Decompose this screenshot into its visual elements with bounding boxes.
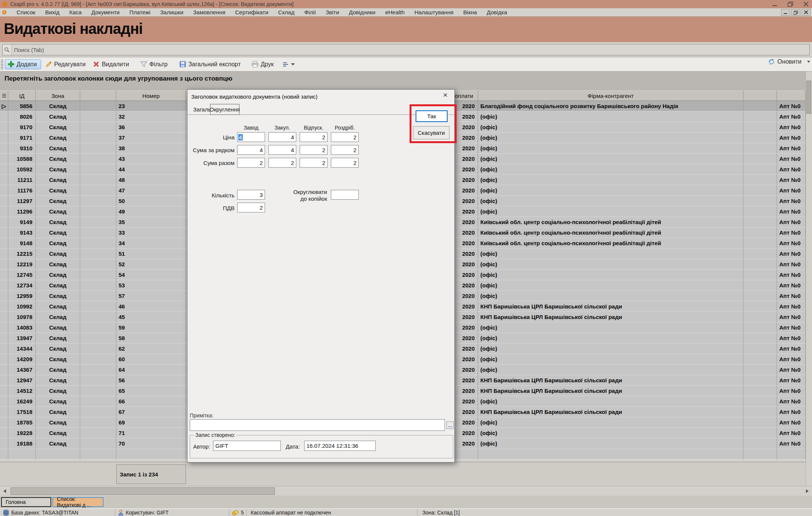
cell-firm: (офіс) xyxy=(478,154,743,164)
matrix-field[interactable]: 2 xyxy=(331,158,359,168)
menu-item-філії[interactable]: Філії xyxy=(299,9,321,15)
status-count: 5 xyxy=(241,510,244,516)
menu-item-вікна[interactable]: Вікна xyxy=(459,9,482,15)
scroll-left-button[interactable] xyxy=(0,486,9,496)
horizontal-scroll-thumb[interactable] xyxy=(11,487,275,495)
vat-field[interactable]: 2 xyxy=(237,203,265,212)
cell-zone: Склад xyxy=(36,386,80,396)
cell-blank xyxy=(80,375,116,386)
note-ellipsis-button[interactable]: ... xyxy=(446,421,454,429)
cell-blank2 xyxy=(743,101,777,111)
matrix-field[interactable]: 2 xyxy=(300,132,328,142)
delete-button[interactable]: Видалити xyxy=(90,60,132,69)
row-marker xyxy=(0,270,8,280)
menu-item-платежі[interactable]: Платежі xyxy=(125,9,155,15)
list-options-button[interactable] xyxy=(280,60,298,69)
matrix-field[interactable]: 4 xyxy=(237,145,265,155)
menu-item-список[interactable]: Список xyxy=(12,9,40,15)
grid-corner-cell[interactable] xyxy=(0,90,8,101)
search-input[interactable]: Поиск (Tab) xyxy=(2,44,810,55)
round-to-field[interactable] xyxy=(331,190,359,200)
cell-blank2 xyxy=(743,164,777,175)
menu-item-налаштування[interactable]: Налаштування xyxy=(410,9,459,15)
cell-number: 69 xyxy=(116,417,186,428)
cell-number: 52 xyxy=(116,259,186,270)
column-header-apt[interactable] xyxy=(777,90,806,101)
chevron-down-icon xyxy=(291,63,295,66)
column-header-id[interactable]: ІД xyxy=(8,90,36,101)
column-header-number[interactable]: Номер xyxy=(116,90,186,101)
menu-item-сертифікати[interactable]: Сертифікати xyxy=(230,9,273,15)
column-header-zone[interactable]: Зона xyxy=(36,90,80,101)
tab-list-documents[interactable]: Список: Видаткові д ... xyxy=(52,497,104,507)
chevron-down-icon[interactable] xyxy=(807,61,810,63)
tab-rounding[interactable]: Округлення xyxy=(210,104,239,115)
menu-item-вихід[interactable]: Вихід xyxy=(40,9,64,15)
cell-id: 10992 xyxy=(8,301,36,312)
menu-item-склад[interactable]: Склад xyxy=(273,9,299,15)
col-header-vidpusk: Відпуск. xyxy=(300,125,328,131)
qty-label: Кількість xyxy=(186,192,235,198)
menu-item-звіти[interactable]: Звіти xyxy=(321,9,344,15)
edit-button[interactable]: Редагувати xyxy=(43,60,89,69)
horizontal-scrollbar[interactable] xyxy=(0,486,812,496)
menu-item-довідка[interactable]: Довідка xyxy=(482,9,512,15)
menu-item-каса[interactable]: Каса xyxy=(64,9,87,15)
filter-button[interactable]: Фільтр xyxy=(137,60,171,69)
restore-icon[interactable] xyxy=(788,2,794,7)
toolbar-grip[interactable] xyxy=(1,60,3,69)
date-field[interactable]: 16.07.2024 12:31:36 xyxy=(304,441,376,451)
dialog-close-icon[interactable]: × xyxy=(440,90,450,99)
cell-blank xyxy=(80,396,116,407)
matrix-field[interactable]: 2 xyxy=(300,158,328,168)
refresh-button[interactable]: Оновити xyxy=(768,58,810,65)
cell-blank xyxy=(80,312,116,322)
tab-home[interactable]: Головна xyxy=(1,497,51,507)
cell-blank2 xyxy=(743,122,777,133)
cell-id: 10588 xyxy=(8,154,36,164)
minimize-icon[interactable] xyxy=(772,2,778,7)
cell-zone: Склад xyxy=(36,333,80,343)
column-header-blank2[interactable] xyxy=(743,90,777,101)
matrix-field[interactable]: 4 xyxy=(268,132,296,142)
cell-apt: Апт №0 xyxy=(777,270,806,280)
add-button[interactable]: Додати xyxy=(5,60,41,69)
menu-item-документи[interactable]: Документи xyxy=(87,9,125,15)
matrix-field[interactable]: 2 xyxy=(237,158,265,168)
cell-id: 14344 xyxy=(8,343,36,354)
mdi-minimize-icon[interactable] xyxy=(781,9,790,16)
author-field[interactable]: GIFT xyxy=(213,441,281,451)
mdi-restore-icon[interactable] xyxy=(791,9,800,16)
note-field[interactable] xyxy=(190,419,445,431)
cell-blank xyxy=(80,322,116,333)
column-header-blank[interactable] xyxy=(80,90,116,101)
scroll-right-button[interactable] xyxy=(803,486,812,496)
cell-apt: Апт №0 xyxy=(777,428,806,438)
mdi-close-icon[interactable] xyxy=(801,9,810,16)
matrix-field[interactable]: 2 xyxy=(300,145,328,155)
cell-firm xyxy=(478,449,743,460)
column-header-firm[interactable]: Фірма-контрагент xyxy=(478,90,743,101)
menu-item-ehealth[interactable]: eHealth xyxy=(380,9,410,15)
group-by-drop-zone[interactable]: Перетягніть заголовок колонки сюди для у… xyxy=(0,72,812,90)
close-icon[interactable] xyxy=(803,2,809,7)
matrix-field[interactable]: 4 xyxy=(268,145,296,155)
menu-item-залишки[interactable]: Залишки xyxy=(155,9,189,15)
cell-apt: Апт №0 xyxy=(777,133,806,143)
menu-item-замовлення[interactable]: Замовлення xyxy=(188,9,230,15)
cell-firm: Київський обл. центр соціально-психологі… xyxy=(478,217,743,227)
vertical-scrollbar[interactable] xyxy=(806,72,812,486)
matrix-field[interactable]: 2 xyxy=(331,132,359,142)
matrix-field[interactable]: 2 xyxy=(331,145,359,155)
cell-firm: КНП Баришівська ЦРЛ Баришівської сільско… xyxy=(478,386,743,396)
print-button[interactable]: Друк xyxy=(248,60,277,69)
cell-apt: Апт №0 xyxy=(777,227,806,238)
export-button[interactable]: Загальний експорт xyxy=(177,60,244,69)
menu-item-довідники[interactable]: Довідники xyxy=(344,9,380,15)
matrix-field[interactable]: 4 xyxy=(237,132,265,142)
cell-apt: Апт №0 xyxy=(777,365,806,375)
matrix-field[interactable]: 2 xyxy=(268,158,296,168)
vertical-scroll-thumb[interactable] xyxy=(806,81,811,114)
cell-apt: Апт №0 xyxy=(777,375,806,386)
qty-field[interactable]: 3 xyxy=(237,190,265,200)
